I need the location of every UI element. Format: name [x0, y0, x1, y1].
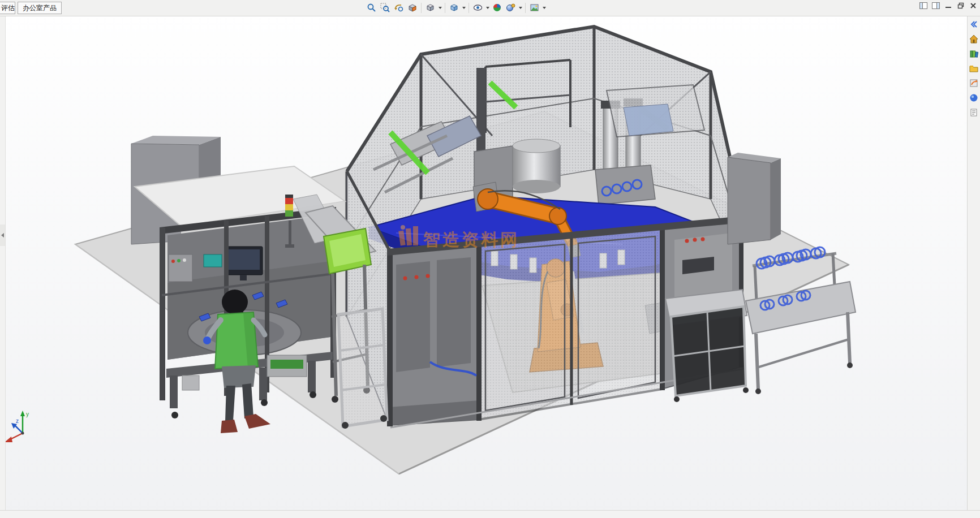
task-pane [967, 16, 980, 511]
edit-appearance-dropdown[interactable] [518, 1, 523, 15]
black-mesh-table [665, 290, 749, 402]
commandmanager-tabs: 评估 办公室产品 [0, 2, 62, 14]
custom-properties-icon[interactable] [968, 107, 979, 118]
window-controls [918, 1, 978, 10]
zoom-to-area-icon[interactable] [379, 1, 392, 15]
hide-show-items-icon[interactable] [471, 1, 484, 15]
view-orientation-icon[interactable] [424, 1, 437, 15]
pane-toggle-right-icon[interactable] [931, 1, 940, 10]
appearances-scenes-icon[interactable] [968, 92, 979, 103]
tab-office-products[interactable]: 办公室产品 [18, 2, 62, 14]
zoom-to-fit-icon[interactable] [365, 1, 378, 15]
status-bar [0, 510, 980, 518]
solidworks-window: 智造资料网 y x z 评估 办公室产品 [0, 0, 980, 518]
axis-y-label: y [26, 411, 29, 417]
edit-appearance-icon[interactable] [504, 1, 517, 15]
display-style-icon[interactable] [448, 1, 461, 15]
collapse-panel-arrow[interactable] [0, 225, 5, 246]
left-panel-strip [0, 16, 6, 511]
apply-scene-dropdown[interactable] [541, 1, 547, 15]
minimize-icon[interactable] [943, 1, 953, 10]
view-palette-icon[interactable] [968, 77, 979, 89]
heads-up-toolbar: 评估 办公室产品 [0, 0, 980, 16]
design-library-icon[interactable] [968, 48, 979, 59]
pane-toggle-left-icon[interactable] [918, 1, 928, 10]
apply-scene-icon[interactable] [528, 1, 541, 15]
realview-sphere-icon[interactable] [491, 1, 504, 15]
file-explorer-icon[interactable] [968, 63, 979, 74]
restore-icon[interactable] [956, 1, 965, 10]
view-toolbar [365, 1, 547, 15]
previous-view-icon[interactable] [392, 1, 405, 15]
display-style-dropdown[interactable] [461, 1, 466, 15]
expand-pane-icon[interactable] [968, 19, 979, 30]
watermark-text: 智造资料网 [423, 230, 519, 249]
section-view-icon[interactable] [406, 1, 419, 15]
hide-show-items-dropdown[interactable] [485, 1, 490, 15]
close-icon[interactable] [968, 1, 978, 10]
tab-evaluate[interactable]: 评估 [0, 2, 15, 14]
view-orientation-dropdown[interactable] [437, 1, 442, 15]
front-mesh-doors [479, 228, 662, 420]
solidworks-resources-icon[interactable] [968, 33, 979, 45]
axis-z-label: z [16, 418, 19, 424]
viewport-3d[interactable]: 智造资料网 y x z [0, 0, 980, 518]
front-left-cabinet [389, 244, 479, 425]
